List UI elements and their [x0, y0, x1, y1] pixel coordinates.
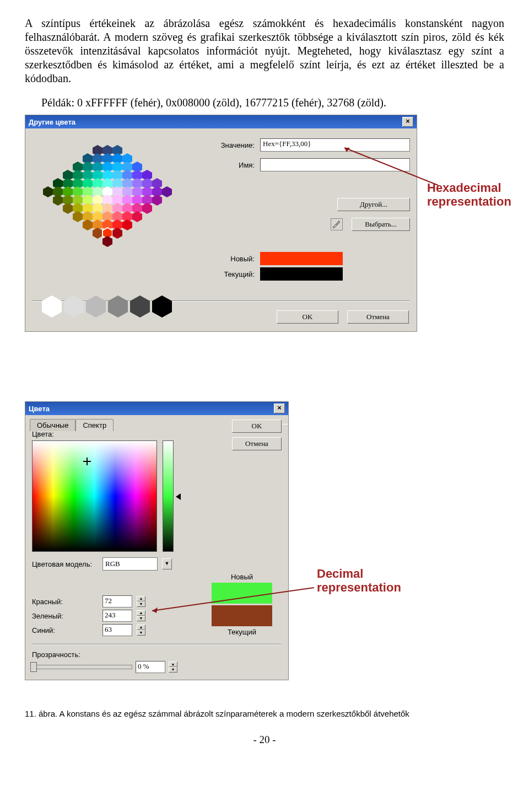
- close-icon[interactable]: ×: [402, 117, 413, 127]
- transparency-field[interactable]: 0 %: [136, 661, 165, 673]
- transparency-label: Прозрачность:: [32, 650, 98, 659]
- red-label: Красный:: [32, 598, 98, 606]
- hex-color-wheel[interactable]: [32, 135, 203, 289]
- new-color-swatch-2: [212, 583, 272, 604]
- annotation-dec: Decimal representation: [317, 567, 438, 595]
- paragraph-1: A színtípus értékeinek az ábrázolása egé…: [25, 17, 504, 85]
- spectrum-picker[interactable]: [32, 440, 157, 552]
- blue-label: Синий:: [32, 626, 98, 634]
- luminance-bar[interactable]: [163, 440, 174, 552]
- slider-thumb-icon[interactable]: [30, 662, 37, 672]
- eyedropper-icon: [331, 218, 343, 230]
- examples-line: Példák: 0 xFFFFFF (fehér), 0x008000 (zöl…: [41, 96, 504, 109]
- ok-button[interactable]: OK: [277, 310, 338, 324]
- other-button[interactable]: Другой...: [337, 198, 410, 211]
- red-spinner[interactable]: ▲▼: [137, 596, 145, 607]
- name-label: Имя:: [210, 161, 255, 169]
- new-color-label: Новый:: [210, 255, 255, 263]
- green-spinner[interactable]: ▲▼: [137, 610, 145, 621]
- color-model-value: RGB: [105, 560, 120, 568]
- current-color-swatch: [260, 267, 343, 281]
- crosshair-icon: [83, 458, 91, 465]
- current-color-label-2: Текущий: [228, 628, 256, 636]
- hex-value-field[interactable]: Hex={FF,33,00}: [260, 138, 410, 152]
- color-model-label: Цветовая модель:: [32, 560, 98, 568]
- dialog1-title: Другие цвета: [29, 118, 75, 126]
- close-icon[interactable]: ×: [274, 404, 285, 413]
- pick-button[interactable]: Выбрать...: [352, 218, 410, 231]
- tab-simple[interactable]: Обычные: [30, 419, 75, 431]
- ok-button[interactable]: OK: [232, 420, 282, 433]
- tab-spectrum[interactable]: Спектр: [75, 419, 114, 431]
- blue-spinner[interactable]: ▲▼: [137, 625, 145, 636]
- transparency-slider[interactable]: [32, 665, 132, 669]
- cancel-button[interactable]: Отмена: [232, 437, 282, 450]
- new-color-label-2: Новый: [231, 573, 253, 581]
- color-dialog-2: Цвета × Обычные Спектр OK Отмена Цвета:: [25, 401, 289, 680]
- current-color-swatch-2: [212, 605, 272, 626]
- blue-field[interactable]: 63: [102, 624, 132, 636]
- cancel-button[interactable]: Отмена: [347, 310, 409, 324]
- transparency-spinner[interactable]: ▲▼: [169, 662, 177, 673]
- color-dialog-1: Другие цвета ×: [25, 115, 417, 332]
- page-number: - 20 -: [25, 734, 504, 746]
- color-model-select[interactable]: RGB: [102, 557, 158, 571]
- green-label: Зеленый:: [32, 612, 98, 620]
- luminance-slider-icon[interactable]: [176, 493, 181, 500]
- dialog2-title: Цвета: [29, 405, 50, 413]
- figure-caption: 11. ábra. A konstans és az egész számmal…: [25, 709, 504, 718]
- red-field[interactable]: 72: [102, 595, 132, 607]
- green-field[interactable]: 243: [102, 610, 132, 622]
- annotation-hex: Hexadecimal representation: [427, 181, 529, 209]
- new-color-swatch: [260, 252, 343, 265]
- name-field[interactable]: [260, 158, 410, 171]
- value-label: Значение:: [210, 141, 255, 149]
- chevron-down-icon[interactable]: ▼: [162, 558, 172, 569]
- current-color-label: Текущий:: [210, 270, 255, 278]
